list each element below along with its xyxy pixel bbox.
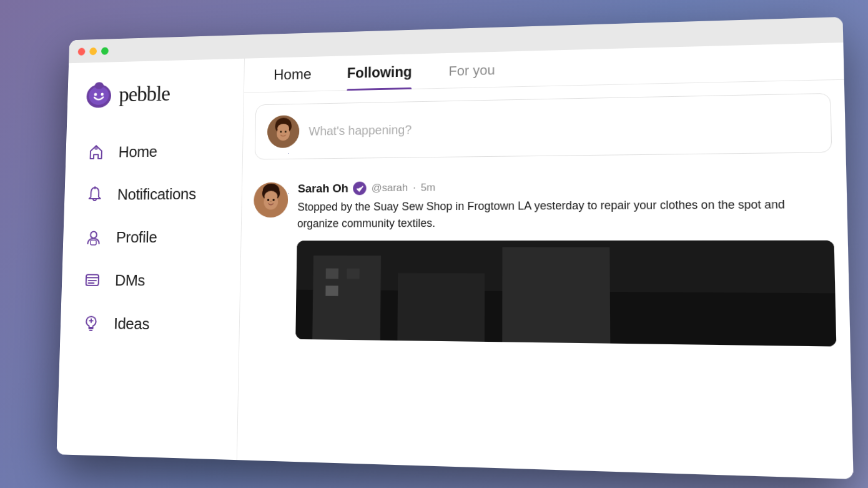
post-author-handle: @sarah	[372, 181, 408, 194]
sidebar: pebble Home	[57, 58, 244, 459]
svg-rect-38	[325, 286, 338, 296]
sidebar-item-profile-label: Profile	[116, 227, 157, 246]
sidebar-item-ideas[interactable]: Ideas	[71, 304, 227, 344]
post-time-separator: ·	[413, 181, 416, 194]
app-body: pebble Home	[57, 42, 854, 479]
minimize-button[interactable]	[89, 47, 97, 54]
profile-icon	[83, 226, 104, 247]
svg-rect-37	[347, 268, 360, 279]
svg-point-7	[91, 231, 97, 237]
home-icon	[86, 141, 106, 162]
post-composer: What's happening?	[255, 92, 832, 159]
sidebar-item-dms-label: DMs	[115, 271, 145, 289]
sidebar-item-profile[interactable]: Profile	[74, 217, 229, 256]
tab-following[interactable]: Following	[329, 63, 430, 91]
post-body: Sarah Oh @sarah · 5m Stopped by the Suay…	[295, 177, 836, 346]
svg-rect-33	[312, 256, 381, 347]
post-header: Sarah Oh @sarah · 5m	[298, 177, 833, 195]
pebble-logo-icon	[84, 79, 114, 110]
sidebar-item-notifications-label: Notifications	[117, 184, 197, 203]
svg-rect-8	[91, 240, 96, 245]
sidebar-item-home[interactable]: Home	[77, 131, 232, 171]
verified-badge	[353, 181, 367, 195]
sidebar-item-home-label: Home	[118, 142, 157, 161]
feed-area: What's happening?	[237, 79, 854, 479]
ideas-icon	[81, 312, 102, 334]
logo: pebble	[78, 76, 232, 110]
app-window: pebble Home	[57, 17, 854, 479]
tab-for-you[interactable]: For you	[430, 61, 514, 87]
bell-icon	[84, 184, 105, 205]
svg-rect-35	[502, 247, 610, 346]
post-item: Sarah Oh @sarah · 5m Stopped by the Suay…	[251, 166, 837, 359]
logo-text: pebble	[119, 81, 170, 106]
maximize-button[interactable]	[101, 46, 109, 54]
sidebar-item-ideas-label: Ideas	[114, 314, 150, 333]
post-author-name: Sarah Oh	[298, 181, 348, 195]
post-text: Stopped by the Suay Sew Shop in Frogtown…	[297, 196, 834, 232]
post-avatar	[254, 182, 289, 217]
sidebar-item-dms[interactable]: DMs	[72, 261, 229, 300]
nav-menu: Home Notifications	[71, 131, 231, 344]
tab-home[interactable]: Home	[256, 65, 330, 92]
composer-input[interactable]: What's happening?	[308, 115, 817, 137]
dm-icon	[82, 269, 103, 291]
post-time: 5m	[421, 181, 435, 194]
sidebar-item-notifications[interactable]: Notifications	[75, 174, 230, 214]
main-content: Home Following For you	[237, 42, 854, 479]
composer-avatar	[267, 115, 300, 148]
svg-rect-34	[397, 272, 485, 346]
svg-point-4	[94, 82, 104, 89]
svg-rect-36	[326, 268, 338, 279]
post-image	[295, 240, 836, 346]
close-button[interactable]	[78, 47, 86, 55]
